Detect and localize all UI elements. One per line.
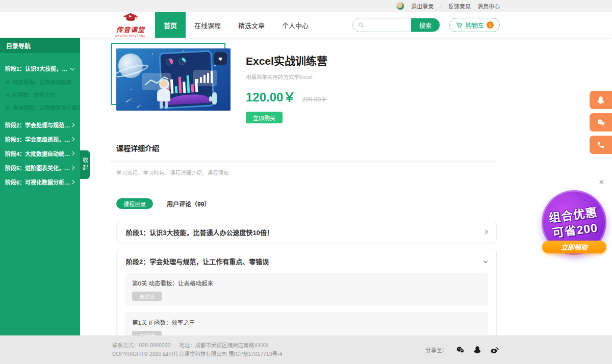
tab-reviews[interactable]: 用户评论（99） xyxy=(167,199,210,208)
sidebar-lesson-if[interactable]: IF函数：效率之王 xyxy=(0,88,80,101)
cart-icon xyxy=(455,21,463,29)
lock-icon xyxy=(5,80,10,85)
messages-link[interactable]: 消息中心 xyxy=(477,2,500,10)
footer-copyright: COPYRIGHT© 2020 四川传音课堂科技有限公司 蜀ICP备170177… xyxy=(112,350,282,358)
main-nav: 首页 在线课程 精选文章 个人中心 xyxy=(155,12,317,38)
accordion-stage-1-header[interactable]: 阶段1：认识3大技能，比普通人办公速度快10倍！ xyxy=(117,221,496,243)
topbar-divider: | xyxy=(440,3,442,9)
favorite-button[interactable]: ♥ xyxy=(214,52,227,65)
buy-now-button[interactable]: 立即购买 xyxy=(246,112,283,123)
feedback-link[interactable]: 反馈意见 xyxy=(448,2,471,10)
sidebar-stage-6[interactable]: 阶段6：可视化数据分析，帮老板... xyxy=(0,175,80,189)
astronaut-graphic xyxy=(159,79,169,89)
course-price: 120.00￥ xyxy=(246,87,295,105)
claim-coupon-button[interactable]: 立即领取 xyxy=(542,241,606,253)
sidebar-stage-1[interactable]: 阶段1：认识3大技能，比普通人... xyxy=(0,61,80,75)
topbar: 退出登录 | 反馈意见 消息中心 xyxy=(0,0,612,12)
section-divider xyxy=(110,161,497,162)
chevron-right-icon xyxy=(70,166,74,170)
chart-panel-right xyxy=(193,70,217,86)
lock-icon xyxy=(5,92,10,97)
sidebar-stage-3[interactable]: 阶段3：学会高级透视，拥有同时... xyxy=(0,132,80,146)
logo-subtitle: CHUANYINKETANG xyxy=(115,34,146,37)
wechat-icon xyxy=(596,118,606,127)
footer-phone: 联系方式：028-0000000 xyxy=(112,342,170,348)
nav-item-home[interactable]: 首页 xyxy=(155,12,186,38)
sidebar-title: 目录导航 xyxy=(0,38,80,53)
qq-icon xyxy=(596,95,605,105)
chevron-right-icon xyxy=(70,123,74,127)
course-cover: ♥ xyxy=(116,48,231,111)
nav-item-profile[interactable]: 个人中心 xyxy=(273,12,317,38)
promo-close-icon[interactable]: × xyxy=(599,177,604,187)
graduation-cap-icon xyxy=(122,13,139,24)
planet-graphic xyxy=(118,54,143,78)
accordion-stage-1: 阶段1：认识3大技能，比普通人办公速度快10倍！ xyxy=(116,221,497,243)
detail-heading: 课程详细介绍 xyxy=(116,143,497,153)
sidebar-collapse-button[interactable]: 收起 xyxy=(80,150,90,179)
sidebar-stage-5[interactable]: 阶段5：进阶图表美化，让汇报一... xyxy=(0,161,80,175)
sidebar-lesson-dashboard[interactable]: 动态看板：让表格动起来 xyxy=(0,75,80,88)
search-icon xyxy=(358,22,365,29)
chevron-right-icon xyxy=(483,230,488,234)
main-content: ♥ Excel实战训练营 用最简单实用的方式学Excel 120.00￥ 220… xyxy=(110,38,497,354)
logout-link[interactable]: 退出登录 xyxy=(411,2,434,10)
search-input[interactable] xyxy=(365,21,411,29)
search-button[interactable]: 搜索 xyxy=(411,18,440,32)
course-title: Excel实战训练营 xyxy=(246,53,327,68)
qq-contact-button[interactable] xyxy=(590,91,612,109)
share-label: 分享至： xyxy=(425,346,448,354)
lesson-item-0[interactable]: 第0关 动态看板：让表格动起来 未解锁 xyxy=(125,273,488,306)
heart-icon: ♥ xyxy=(218,55,222,63)
phone-contact-button[interactable] xyxy=(590,136,612,154)
catalog-accordion: 阶段1：认识3大技能，比普通人办公速度快10倍！ 阶段2：学会处理与规范，让工作… xyxy=(116,221,497,354)
phone-icon xyxy=(597,141,605,149)
chevron-right-icon xyxy=(70,180,74,184)
tab-catalog[interactable]: 课程目录 xyxy=(116,198,153,209)
user-avatar[interactable] xyxy=(396,2,404,10)
header: 传音课堂 CHUANYINKETANG 首页 在线课程 精选文章 个人中心 搜索… xyxy=(0,12,612,38)
wechat-contact-button[interactable] xyxy=(590,113,612,132)
cart-label: 购物车 xyxy=(466,21,484,30)
weibo-share-icon[interactable] xyxy=(490,345,500,355)
chevron-right-icon xyxy=(70,151,74,155)
lock-icon xyxy=(5,105,10,110)
chevron-down-icon xyxy=(70,66,74,70)
logo-title: 传音课堂 xyxy=(116,24,145,34)
footer: 联系方式：028-0000000 地址：成都市武侯区槐树店南路XXXX COPY… xyxy=(0,335,612,364)
detail-tags: 学习流程、学习特色、课程详细介绍、课程须知 xyxy=(116,169,497,176)
chevron-right-icon xyxy=(70,137,74,141)
search-box: 搜索 xyxy=(352,18,440,32)
chevron-down-icon xyxy=(483,259,488,263)
cart-badge: 1 xyxy=(487,21,494,29)
sidebar-lesson-lookup[interactable]: 查询函数：让数据查询已搞定 xyxy=(0,101,80,114)
logo[interactable]: 传音课堂 CHUANYINKETANG xyxy=(112,13,149,37)
sidebar-stage-4[interactable]: 阶段4：大批数据自动统计分析，... xyxy=(0,146,80,161)
catalog-sidebar: 目录导航 阶段1：认识3大技能，比普通人... 动态看板：让表格动起来 IF函数… xyxy=(0,38,80,335)
course-cover-illustration: ♥ xyxy=(116,48,231,111)
cart-button[interactable]: 购物车 1 xyxy=(449,18,500,32)
course-original-price: 220.00￥ xyxy=(302,94,327,103)
nav-item-articles[interactable]: 精选文章 xyxy=(230,12,273,38)
accordion-stage-2-header[interactable]: 阶段2：学会处理与规范，让工作有重点、零错误 xyxy=(117,249,496,273)
lesson-0-locked-button[interactable]: 未解锁 xyxy=(132,292,162,301)
qq-share-icon[interactable] xyxy=(473,345,482,354)
course-subtitle: 用最简单实用的方式学Excel xyxy=(246,73,327,81)
sidebar-stage-2[interactable]: 阶段2：学会处理与规范，让工作... xyxy=(0,118,80,132)
wechat-share-icon[interactable] xyxy=(455,345,465,355)
nav-item-courses[interactable]: 在线课程 xyxy=(186,12,230,38)
detail-tabs: 课程目录 用户评论（99） xyxy=(116,198,497,209)
footer-address: 地址：成都市武侯区槐树店南路XXXX xyxy=(179,342,268,348)
